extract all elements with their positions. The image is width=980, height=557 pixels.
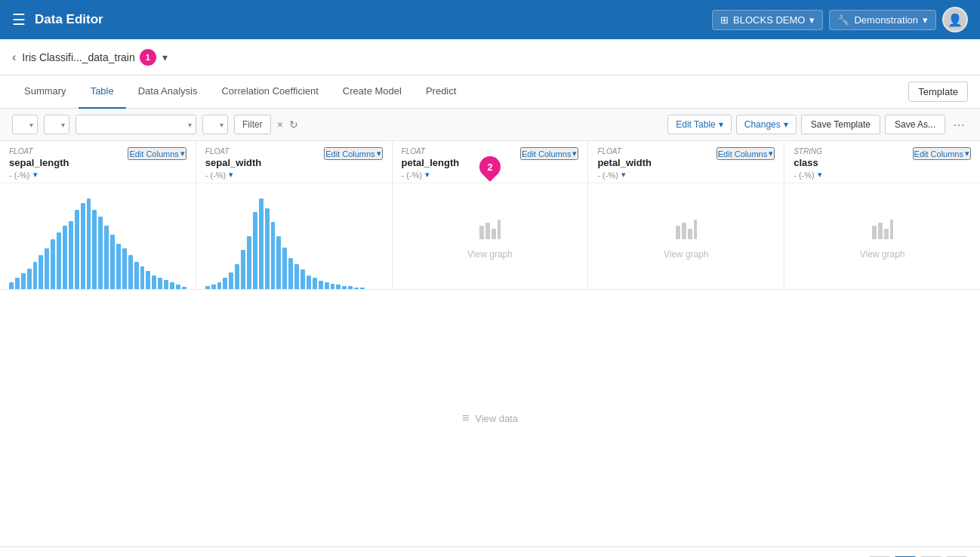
bar <box>69 221 73 289</box>
bar <box>342 286 347 289</box>
bar <box>45 248 49 289</box>
view-graph-petal-width[interactable]: View graph <box>664 189 709 289</box>
col-stat-sepal-length: - (-%) ▾ <box>9 170 69 180</box>
bar <box>276 236 281 289</box>
save-template-button[interactable]: Save Template <box>801 115 880 134</box>
bar <box>235 264 239 289</box>
col-stat-dropdown-sepal-width[interactable]: ▾ <box>229 170 233 180</box>
col-stat-petal-length: - (-%) ▾ <box>402 170 460 180</box>
view-graph-class[interactable]: View graph <box>860 189 905 289</box>
demonstration-button[interactable]: 🔧 Demonstration ▾ <box>829 10 936 30</box>
bar <box>182 287 186 289</box>
col-stat-dropdown-sepal-length[interactable]: ▾ <box>33 170 38 180</box>
edit-columns-petal-length[interactable]: Edit Columns ▾ <box>520 147 578 160</box>
bar <box>128 255 133 289</box>
filter-select-1[interactable] <box>12 115 38 134</box>
bar <box>319 281 323 289</box>
breadcrumb-dropdown-icon[interactable]: ▾ <box>162 51 168 63</box>
svg-rect-11 <box>890 220 893 239</box>
bar <box>110 235 115 289</box>
edit-columns-petal-width[interactable]: Edit Columns ▾ <box>717 147 775 160</box>
svg-rect-2 <box>492 229 496 239</box>
refresh-button[interactable]: ↻ <box>289 118 298 131</box>
avatar[interactable]: 👤 <box>942 7 968 32</box>
filter-select-2[interactable] <box>44 115 69 134</box>
bar <box>21 273 26 289</box>
svg-rect-6 <box>688 229 692 239</box>
pagination-bar: ‹ 1 2 › <box>0 546 980 557</box>
bar <box>164 280 168 289</box>
svg-rect-0 <box>479 226 484 239</box>
columns-wrapper: FLOAT sepal_length - (-%) ▾ Edit Columns… <box>0 141 980 290</box>
columns-row: FLOAT sepal_length - (-%) ▾ Edit Columns… <box>0 141 980 289</box>
dropdown-arrow-icon: ▾ <box>809 14 815 26</box>
chevron-icon: ▾ <box>180 149 185 158</box>
col-type-sepal-length: FLOAT <box>9 147 69 155</box>
bar <box>282 248 287 289</box>
bar <box>294 264 299 289</box>
placeholder-class[interactable]: View graph <box>784 183 980 289</box>
template-button[interactable]: Template <box>908 82 968 102</box>
filter-actions: Edit Table ▾ Changes ▾ Save Template Sav… <box>667 115 968 134</box>
tab-create-model[interactable]: Create Model <box>331 75 414 109</box>
back-button[interactable]: ‹ <box>12 51 16 64</box>
tab-predict[interactable]: Predict <box>414 75 468 109</box>
bar <box>146 271 150 289</box>
col-name-sepal-width: sepal_width <box>205 157 261 168</box>
col-name-petal-width: petal_width <box>597 157 652 168</box>
edit-columns-class[interactable]: Edit Columns ▾ <box>913 147 971 160</box>
col-stat-petal-width: - (-%) ▾ <box>597 170 652 180</box>
more-options-button[interactable]: ⋯ <box>950 116 968 134</box>
bar <box>75 210 79 289</box>
filter-bar: Filter × ↻ Edit Table ▾ Changes ▾ Save T… <box>0 109 980 141</box>
placeholder-petal-length[interactable]: 2 View graph <box>393 183 588 289</box>
col-name-class: class <box>794 157 822 168</box>
col-stat-dropdown-petal-length[interactable]: ▾ <box>425 170 430 180</box>
bar <box>211 285 216 289</box>
view-data-area[interactable]: ≡ View data <box>0 290 980 546</box>
blocks-demo-button[interactable]: ⊞ BLOCKS DEMO ▾ <box>712 10 823 30</box>
bar <box>122 248 127 289</box>
chevron-icon2: ▾ <box>377 149 381 158</box>
chevron-icon5: ▾ <box>965 149 969 158</box>
bar <box>134 262 139 289</box>
chevron-icon3: ▾ <box>572 149 577 158</box>
bar <box>158 278 162 289</box>
svg-rect-7 <box>694 220 697 239</box>
tab-table[interactable]: Table <box>79 75 126 109</box>
edit-columns-sepal-width[interactable]: Edit Columns ▾ <box>324 147 382 160</box>
chevron-icon4: ▾ <box>769 149 773 158</box>
col-header-petal-width: FLOAT petal_width - (-%) ▾ Edit Columns … <box>588 141 784 183</box>
placeholder-petal-width[interactable]: View graph <box>588 183 784 289</box>
filter-button[interactable]: Filter <box>234 115 271 134</box>
filter-select-4[interactable] <box>202 115 228 134</box>
bar <box>81 203 85 289</box>
edit-table-button[interactable]: Edit Table ▾ <box>667 115 731 134</box>
bar <box>241 250 245 289</box>
changes-button[interactable]: Changes ▾ <box>736 115 797 134</box>
save-as-button[interactable]: Save As... <box>885 115 945 134</box>
bar <box>92 210 97 289</box>
bar-chart-sepal-width <box>205 198 383 289</box>
view-graph-petal-length[interactable]: View graph <box>467 189 513 289</box>
clear-filter-button[interactable]: × <box>277 118 283 131</box>
breadcrumb-path: Iris Classifi..._data_train <box>22 51 134 63</box>
tab-correlation[interactable]: Correlation Coefficient <box>209 75 330 109</box>
edit-columns-sepal-length[interactable]: Edit Columns ▾ <box>128 147 186 160</box>
hamburger-icon[interactable]: ☰ <box>12 11 26 29</box>
filter-select-3-wrap <box>76 115 196 134</box>
bar <box>265 208 270 289</box>
bar <box>247 236 251 289</box>
filter-select-2-wrap <box>44 115 69 134</box>
tab-data-analysis[interactable]: Data Analysis <box>126 75 210 109</box>
bar <box>104 226 109 289</box>
svg-rect-10 <box>884 229 889 239</box>
bar <box>354 288 359 289</box>
col-stat-dropdown-petal-width[interactable]: ▾ <box>621 170 626 180</box>
filter-select-3[interactable] <box>76 115 196 134</box>
bar <box>271 222 276 289</box>
bar <box>98 217 103 289</box>
col-type-petal-width: FLOAT <box>597 147 652 155</box>
col-stat-dropdown-class[interactable]: ▾ <box>818 170 822 180</box>
tab-summary[interactable]: Summary <box>12 75 79 109</box>
